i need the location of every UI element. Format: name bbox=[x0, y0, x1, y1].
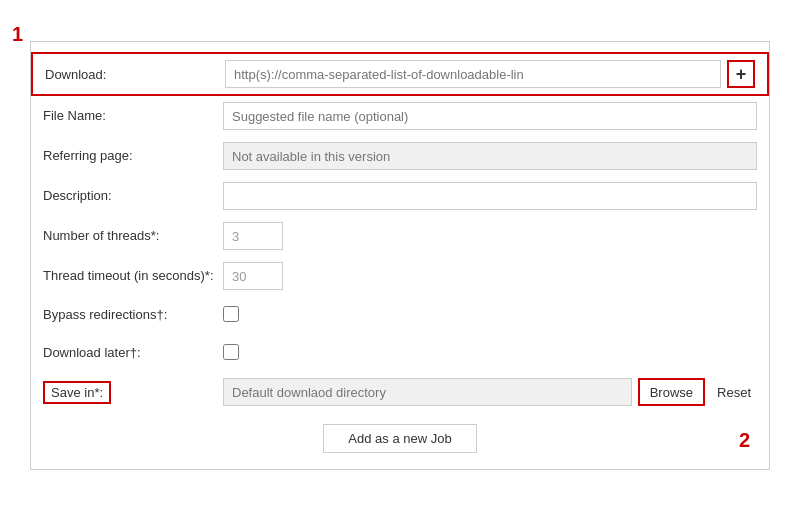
description-field bbox=[223, 182, 757, 210]
save-in-label: Save in*: bbox=[43, 381, 111, 404]
add-job-button[interactable]: Add as a new Job bbox=[323, 424, 476, 453]
timeout-row: Thread timeout (in seconds)*: bbox=[31, 256, 769, 296]
referring-input bbox=[223, 142, 757, 170]
referring-field bbox=[223, 142, 757, 170]
threads-label: Number of threads*: bbox=[43, 228, 223, 245]
download-later-row: Download later†: bbox=[31, 334, 769, 372]
save-in-field: Browse Reset bbox=[223, 378, 757, 406]
description-label: Description: bbox=[43, 188, 223, 205]
filename-field bbox=[223, 102, 757, 130]
download-input[interactable] bbox=[225, 60, 721, 88]
download-later-field bbox=[223, 344, 757, 363]
threads-input[interactable] bbox=[223, 222, 283, 250]
timeout-input[interactable] bbox=[223, 262, 283, 290]
form-container: Download: + File Name: Referring page: D… bbox=[30, 41, 770, 470]
threads-field bbox=[223, 222, 757, 250]
browse-button[interactable]: Browse bbox=[638, 378, 705, 406]
save-in-label-box: Save in*: bbox=[43, 381, 223, 404]
footer-row: Add as a new Job bbox=[31, 412, 769, 459]
download-field: + bbox=[225, 60, 755, 88]
download-row: Download: + bbox=[31, 52, 769, 96]
timeout-field bbox=[223, 262, 757, 290]
referring-row: Referring page: bbox=[31, 136, 769, 176]
download-later-checkbox[interactable] bbox=[223, 344, 239, 360]
timeout-label: Thread timeout (in seconds)*: bbox=[43, 268, 223, 285]
reset-button[interactable]: Reset bbox=[711, 382, 757, 403]
filename-label: File Name: bbox=[43, 108, 223, 125]
threads-row: Number of threads*: bbox=[31, 216, 769, 256]
save-in-row: Save in*: Browse Reset bbox=[31, 372, 769, 412]
bypass-field bbox=[223, 306, 757, 325]
description-row: Description: bbox=[31, 176, 769, 216]
download-later-label: Download later†: bbox=[43, 345, 223, 362]
save-in-input[interactable] bbox=[223, 378, 632, 406]
bypass-label: Bypass redirections†: bbox=[43, 307, 223, 324]
badge-1: 1 bbox=[12, 23, 23, 46]
filename-input[interactable] bbox=[223, 102, 757, 130]
description-input[interactable] bbox=[223, 182, 757, 210]
referring-label: Referring page: bbox=[43, 148, 223, 165]
bypass-checkbox[interactable] bbox=[223, 306, 239, 322]
add-url-button[interactable]: + bbox=[727, 60, 755, 88]
filename-row: File Name: bbox=[31, 96, 769, 136]
badge-2: 2 bbox=[739, 429, 750, 452]
bypass-row: Bypass redirections†: bbox=[31, 296, 769, 334]
download-label: Download: bbox=[45, 67, 225, 82]
